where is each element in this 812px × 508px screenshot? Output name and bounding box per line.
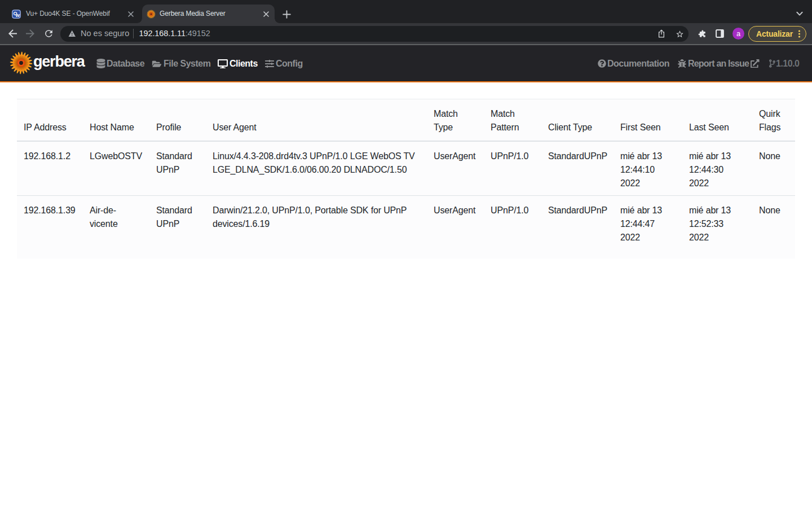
svg-text:W: W	[16, 13, 20, 18]
